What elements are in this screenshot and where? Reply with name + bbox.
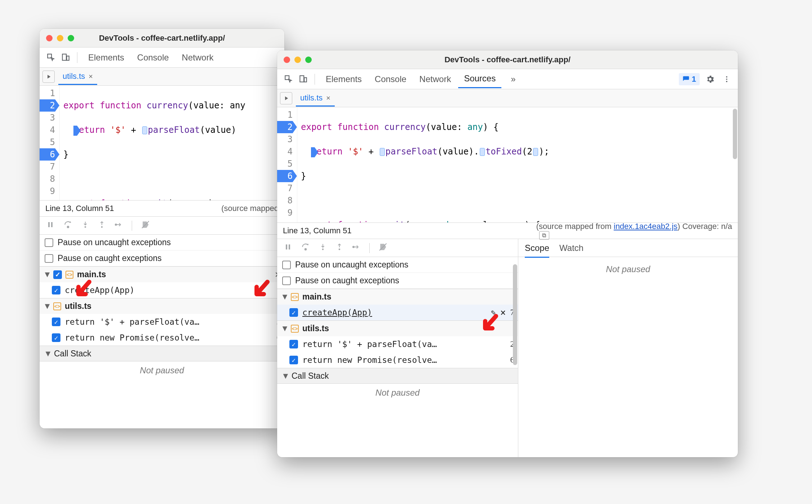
pause-caught-row[interactable]: Pause on caught exceptions (40, 251, 284, 266)
zoom-window-icon[interactable] (68, 35, 74, 41)
disclosure-icon[interactable]: ▼ (43, 301, 50, 311)
breakpoint-item[interactable]: return '$' + parseFloat(va… 2 (40, 314, 284, 330)
breakpoint-item[interactable]: createApp(App) 7 (40, 282, 284, 298)
svg-rect-1 (62, 54, 66, 60)
tab-elements[interactable]: Elements (320, 71, 367, 88)
svg-rect-12 (304, 77, 307, 82)
source-map-link[interactable]: index.1ac4eab2.js (614, 222, 677, 231)
pause-icon[interactable] (284, 243, 292, 253)
tab-console[interactable]: Console (369, 71, 412, 88)
deactivate-breakpoints-icon[interactable] (378, 242, 388, 254)
kebab-menu-icon[interactable] (721, 73, 733, 85)
step-over-icon[interactable] (301, 242, 310, 254)
breakpoint-item[interactable]: return new Promise(resolve… 6 (277, 352, 518, 368)
ts-file-icon: <> (66, 271, 73, 279)
issues-badge[interactable]: 1 (679, 73, 700, 85)
disclosure-icon[interactable]: ▼ (281, 371, 288, 381)
code-editor[interactable]: 1 2 3 4 5 6 7 8 9 export function curren… (277, 107, 738, 222)
disclosure-icon[interactable]: ▼ (281, 292, 287, 302)
step-out-icon[interactable] (335, 243, 343, 253)
breakpoint-group-main[interactable]: ▼ <> main.ts × (40, 266, 284, 282)
scrollbar[interactable] (513, 264, 517, 365)
breakpoint-item[interactable]: return new Promise(resolve… 6 (40, 330, 284, 346)
ts-file-icon: <> (53, 302, 61, 310)
close-tab-icon[interactable]: × (326, 94, 330, 102)
inspect-element-icon[interactable] (282, 73, 295, 86)
breakpoint-line-6[interactable]: 6 (40, 148, 55, 161)
disclosure-icon[interactable]: ▼ (44, 349, 50, 359)
breakpoint-group-utils[interactable]: ▼ <> utils.ts (40, 298, 284, 314)
coverage-toggle-icon[interactable]: ⧉ (539, 231, 549, 240)
step-into-icon[interactable] (81, 221, 89, 231)
breakpoint-group-label: utils.ts (65, 301, 91, 311)
pause-icon[interactable] (46, 220, 55, 231)
device-toolbar-icon[interactable] (59, 51, 72, 64)
devtools-top-toolbar: Elements Console Network (40, 48, 284, 68)
tab-console[interactable]: Console (131, 49, 175, 66)
breakpoint-checkbox[interactable] (52, 318, 60, 326)
step-over-icon[interactable] (63, 220, 73, 231)
tab-elements[interactable]: Elements (82, 49, 130, 66)
breakpoint-group-checkbox[interactable] (53, 270, 62, 279)
edit-breakpoint-icon[interactable]: ✎ (491, 308, 496, 317)
tab-scope[interactable]: Scope (525, 243, 549, 258)
settings-icon[interactable] (704, 73, 716, 85)
pause-uncaught-row[interactable]: Pause on uncaught exceptions (277, 257, 518, 273)
tab-network[interactable]: Network (414, 71, 457, 88)
step-into-icon[interactable] (319, 243, 327, 253)
show-navigator-icon[interactable] (42, 71, 55, 83)
breakpoint-item[interactable]: createApp(App) ✎ × 7 (277, 305, 518, 320)
pause-caught-checkbox[interactable] (45, 254, 53, 263)
zoom-window-icon[interactable] (305, 57, 312, 63)
breakpoint-checkbox[interactable] (289, 340, 298, 348)
breakpoint-line-2[interactable]: 2 (277, 121, 293, 133)
tab-sources[interactable]: Sources (458, 70, 501, 88)
file-tab-utils[interactable]: utils.ts × (296, 90, 335, 107)
close-tab-icon[interactable]: × (89, 72, 93, 81)
inspect-element-icon[interactable] (45, 51, 58, 64)
breakpoint-checkbox[interactable] (289, 308, 298, 317)
disclosure-icon[interactable]: ▼ (281, 324, 287, 333)
svg-point-19 (322, 248, 324, 250)
breakpoint-line-6[interactable]: 6 (277, 170, 293, 182)
close-window-icon[interactable] (46, 35, 53, 41)
remove-breakpoint-icon[interactable]: × (500, 307, 506, 318)
breakpoint-line-2[interactable]: 2 (40, 99, 55, 112)
tabs-overflow[interactable]: » (505, 71, 521, 88)
devtools-top-toolbar: Elements Console Network Sources » 1 (277, 69, 738, 89)
breakpoint-checkbox[interactable] (52, 333, 60, 342)
breakpoint-label[interactable]: createApp(App) (302, 308, 487, 317)
step-icon[interactable] (114, 220, 123, 231)
tab-watch[interactable]: Watch (559, 243, 583, 253)
file-tab-utils[interactable]: utils.ts × (58, 68, 97, 85)
pause-caught-checkbox[interactable] (282, 276, 291, 285)
pause-uncaught-checkbox[interactable] (45, 238, 53, 247)
callstack-label: Call Stack (292, 371, 329, 381)
code-editor[interactable]: 1 2 3 4 5 6 7 8 9 export function curren… (40, 86, 284, 200)
file-tab-bar: utils.ts × (40, 68, 284, 86)
step-icon[interactable] (352, 243, 361, 253)
line-gutter: 1 2 3 4 5 6 7 8 9 (40, 86, 60, 200)
pause-uncaught-row[interactable]: Pause on uncaught exceptions (40, 235, 284, 251)
breakpoint-checkbox[interactable] (289, 356, 298, 364)
breakpoint-item[interactable]: return '$' + parseFloat(va… 2 (277, 336, 518, 352)
minimize-window-icon[interactable] (294, 57, 301, 63)
show-navigator-icon[interactable] (280, 92, 292, 104)
device-toolbar-icon[interactable] (297, 73, 310, 86)
callstack-header[interactable]: ▼ Call Stack (277, 368, 518, 384)
breakpoint-checkbox[interactable] (52, 286, 60, 294)
svg-point-20 (339, 248, 340, 250)
pause-caught-row[interactable]: Pause on caught exceptions (277, 273, 518, 289)
callstack-header[interactable]: ▼ Call Stack (40, 346, 284, 361)
svg-point-8 (115, 224, 117, 225)
tab-network[interactable]: Network (176, 49, 219, 66)
breakpoint-group-utils[interactable]: ▼ <> utils.ts (277, 320, 518, 336)
deactivate-breakpoints-icon[interactable] (141, 220, 150, 231)
pause-uncaught-checkbox[interactable] (282, 261, 291, 269)
scrollbar[interactable] (733, 109, 737, 159)
breakpoint-group-main[interactable]: ▼ <> main.ts (277, 289, 518, 305)
disclosure-icon[interactable]: ▼ (43, 270, 50, 279)
minimize-window-icon[interactable] (57, 35, 63, 41)
step-out-icon[interactable] (98, 221, 106, 231)
close-window-icon[interactable] (284, 57, 290, 63)
